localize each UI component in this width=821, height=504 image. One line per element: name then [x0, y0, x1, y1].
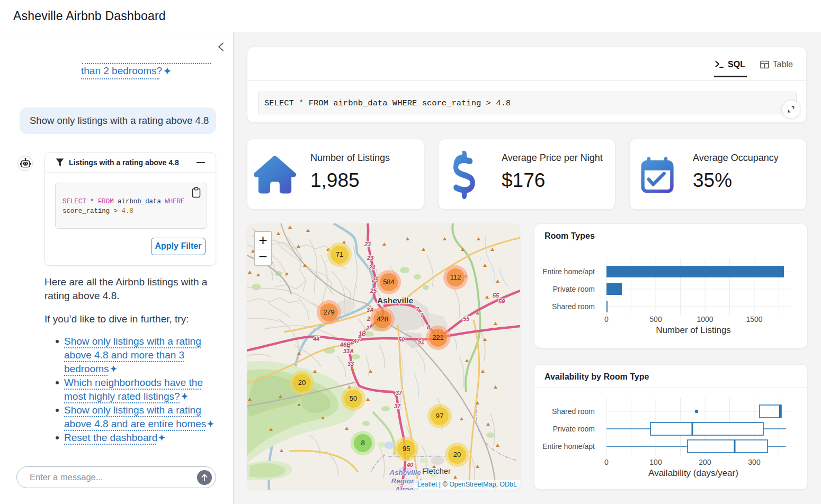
svg-text:Asheville: Asheville	[377, 296, 413, 305]
svg-text:51: 51	[418, 338, 424, 345]
svg-text:Fletcher: Fletcher	[422, 466, 451, 475]
svg-text:25: 25	[370, 287, 377, 294]
svg-text:Entire home/apt: Entire home/apt	[542, 267, 595, 276]
svg-text:55: 55	[463, 316, 470, 322]
svg-text:500: 500	[649, 315, 662, 323]
svg-text:23: 23	[367, 255, 373, 261]
svg-text:47: 47	[353, 338, 360, 344]
svg-text:7: 7	[416, 306, 420, 312]
svg-text:1500: 1500	[746, 315, 762, 323]
svg-text:Private room: Private room	[553, 425, 595, 433]
svg-text:Asheville: Asheville	[389, 469, 421, 476]
svg-text:Private room: Private room	[553, 285, 595, 293]
svg-text:0: 0	[604, 315, 609, 323]
svg-text:31A: 31A	[343, 348, 354, 354]
svg-text:1000: 1000	[697, 315, 713, 323]
svg-text:2: 2	[367, 316, 370, 322]
svg-text:33: 33	[347, 361, 354, 367]
svg-text:Shared room: Shared room	[552, 407, 595, 416]
svg-text:46B: 46B	[340, 341, 351, 348]
svg-text:Entire home/apt: Entire home/apt	[542, 442, 595, 451]
svg-text:0: 0	[604, 458, 609, 466]
svg-text:24: 24	[368, 264, 375, 271]
svg-text:100: 100	[649, 458, 662, 466]
svg-text:40: 40	[406, 462, 414, 468]
svg-text:37: 37	[396, 390, 403, 396]
svg-text:300: 300	[748, 458, 761, 466]
svg-text:1B: 1B	[359, 330, 366, 337]
svg-text:Availability (days/year): Availability (days/year)	[648, 468, 738, 478]
svg-text:50: 50	[398, 336, 405, 343]
svg-text:23: 23	[364, 241, 371, 247]
svg-text:Shared room: Shared room	[552, 302, 595, 311]
svg-text:Number of Listings: Number of Listings	[656, 325, 731, 335]
svg-text:200: 200	[699, 458, 711, 466]
svg-text:37: 37	[394, 403, 401, 409]
svg-text:44: 44	[313, 336, 319, 342]
svg-text:59: 59	[498, 298, 505, 304]
svg-text:7: 7	[420, 312, 424, 318]
